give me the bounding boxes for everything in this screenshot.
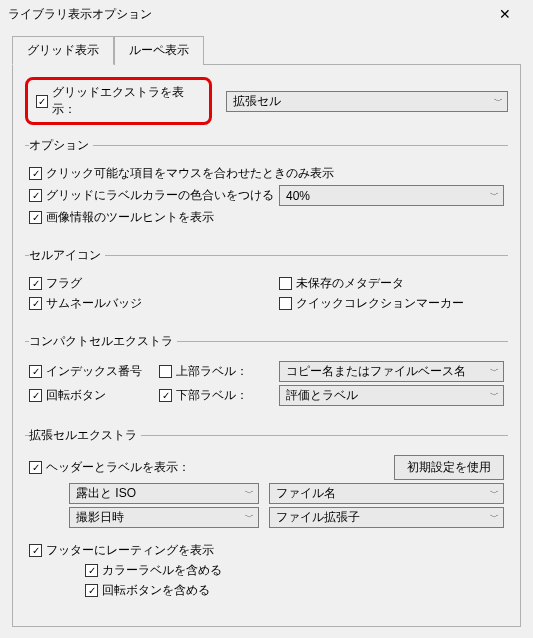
expanded-select-2-value: ファイル名 [276,485,336,502]
tint-grid-label: グリッドにラベルカラーの色合いをつける [46,187,274,204]
options-title: オプション [29,137,93,154]
highlight-box: グリッドエクストラを表示： [25,77,212,125]
show-header-label: ヘッダーとラベルを表示： [46,459,190,476]
unsaved-metadata-label: 未保存のメタデータ [296,275,404,292]
clickable-only-hover-checkbox[interactable]: クリック可能な項目をマウスを合わせたときのみ表示 [29,165,334,182]
tabpanel-grid: グリッドエクストラを表示： 拡張セル ﹀ オプション クリック可能な項目をマウス… [12,65,521,627]
check-icon [279,277,292,290]
top-label-select[interactable]: コピー名またはファイルベース名 ﹀ [279,361,504,382]
chevron-down-icon: ﹀ [490,389,499,402]
check-icon [85,564,98,577]
bottom-label-label: 下部ラベル： [176,387,248,404]
titlebar: ライブラリ表示オプション ✕ [0,0,533,28]
compact-group: コンパクトセルエクストラ インデックス番号 上部ラベル： コピー名またはファイル… [25,333,508,413]
show-header-checkbox[interactable]: ヘッダーとラベルを表示： [29,459,394,476]
index-number-checkbox[interactable]: インデックス番号 [29,363,159,380]
expanded-select-2[interactable]: ファイル名 ﹀ [269,483,504,504]
check-icon [29,297,42,310]
window: ライブラリ表示オプション ✕ グリッド表示 ルーペ表示 グリッドエクストラを表示… [0,0,533,638]
bottom-label-select[interactable]: 評価とラベル ﹀ [279,385,504,406]
include-color-label-label: カラーラベルを含める [102,562,222,579]
tint-percent-value: 40% [286,189,310,203]
tint-grid-checkbox[interactable]: グリッドにラベルカラーの色合いをつける [29,187,279,204]
show-grid-extras-label: グリッドエクストラを表示： [52,84,201,118]
thumb-badge-label: サムネールバッジ [46,295,142,312]
check-icon [29,277,42,290]
expanded-select-3-value: 撮影日時 [76,509,124,526]
chevron-down-icon: ﹀ [245,487,254,500]
bottom-label-select-value: 評価とラベル [286,387,358,404]
check-icon [29,211,42,224]
rotation-label: 回転ボタン [46,387,106,404]
rotation-checkbox[interactable]: 回転ボタン [29,387,159,404]
quick-marker-label: クイックコレクションマーカー [296,295,464,312]
flag-checkbox[interactable]: フラグ [29,275,279,292]
expanded-select-4[interactable]: ファイル拡張子 ﹀ [269,507,504,528]
chevron-down-icon: ﹀ [490,487,499,500]
window-title: ライブラリ表示オプション [8,6,485,23]
check-icon [29,461,42,474]
expanded-title: 拡張セルエクストラ [29,427,141,444]
check-icon [36,95,48,108]
include-color-label-checkbox[interactable]: カラーラベルを含める [85,562,222,579]
content: グリッド表示 ルーペ表示 グリッドエクストラを表示： 拡張セル ﹀ オ [0,28,533,638]
expanded-select-3[interactable]: 撮影日時 ﹀ [69,507,259,528]
footer-rating-label: フッターにレーティングを表示 [46,542,214,559]
top-label-label: 上部ラベル： [176,363,248,380]
check-icon [85,584,98,597]
use-defaults-button[interactable]: 初期設定を使用 [394,455,504,480]
check-icon [279,297,292,310]
tint-percent-select[interactable]: 40% ﹀ [279,185,504,206]
compact-title: コンパクトセルエクストラ [29,333,177,350]
bottom-label-checkbox[interactable]: 下部ラベル： [159,387,279,404]
tab-loupe[interactable]: ルーペ表示 [114,36,204,65]
cell-icons-title: セルアイコン [29,247,105,264]
chevron-down-icon: ﹀ [494,95,503,108]
flag-label: フラグ [46,275,82,292]
expanded-select-4-value: ファイル拡張子 [276,509,360,526]
tooltip-checkbox[interactable]: 画像情報のツールヒントを表示 [29,209,214,226]
tabs: グリッド表示 ルーペ表示 [12,36,521,65]
quick-marker-checkbox[interactable]: クイックコレクションマーカー [279,295,464,312]
chevron-down-icon: ﹀ [490,365,499,378]
include-rotation-label: 回転ボタンを含める [102,582,210,599]
check-icon [159,365,172,378]
grid-extras-select[interactable]: 拡張セル ﹀ [226,91,508,112]
index-number-label: インデックス番号 [46,363,142,380]
options-group: オプション クリック可能な項目をマウスを合わせたときのみ表示 グリッドにラベルカ… [25,137,508,233]
show-grid-extras-row: グリッドエクストラを表示： 拡張セル ﹀ [25,77,508,125]
chevron-down-icon: ﹀ [245,511,254,524]
top-label-checkbox[interactable]: 上部ラベル： [159,363,279,380]
check-icon [29,389,42,402]
chevron-down-icon: ﹀ [490,511,499,524]
thumb-badge-checkbox[interactable]: サムネールバッジ [29,295,279,312]
expanded-select-1[interactable]: 露出と ISO ﹀ [69,483,259,504]
expanded-group: 拡張セルエクストラ ヘッダーとラベルを表示： 初期設定を使用 露出と ISO ﹀… [25,427,508,606]
check-icon [159,389,172,402]
expanded-select-1-value: 露出と ISO [76,485,136,502]
check-icon [29,167,42,180]
cell-icons-group: セルアイコン フラグ 未保存のメタデータ サムネールバッジ [25,247,508,319]
check-icon [29,365,42,378]
clickable-only-hover-label: クリック可能な項目をマウスを合わせたときのみ表示 [46,165,334,182]
top-label-select-value: コピー名またはファイルベース名 [286,363,466,380]
grid-extras-select-value: 拡張セル [233,93,281,110]
chevron-down-icon: ﹀ [490,189,499,202]
footer-rating-checkbox[interactable]: フッターにレーティングを表示 [29,542,214,559]
tooltip-label: 画像情報のツールヒントを表示 [46,209,214,226]
include-rotation-checkbox[interactable]: 回転ボタンを含める [85,582,210,599]
show-grid-extras-checkbox[interactable]: グリッドエクストラを表示： [36,84,201,118]
close-icon[interactable]: ✕ [485,0,525,28]
check-icon [29,544,42,557]
check-icon [29,189,42,202]
tab-grid[interactable]: グリッド表示 [12,36,114,65]
unsaved-metadata-checkbox[interactable]: 未保存のメタデータ [279,275,404,292]
